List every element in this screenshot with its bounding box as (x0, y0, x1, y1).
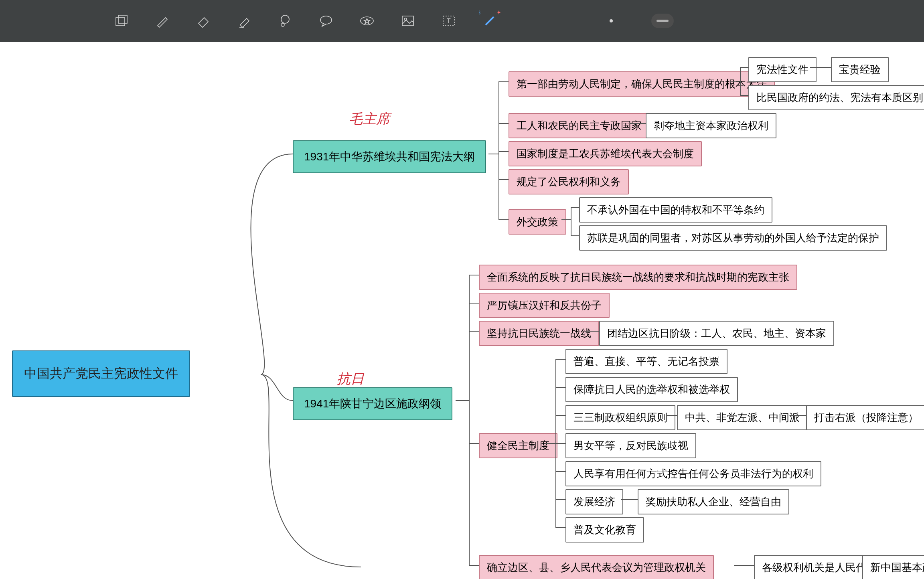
mindmap-node[interactable]: 团结边区抗日阶级：工人、农民、地主、资本家 (599, 321, 834, 346)
lasso-icon[interactable] (276, 12, 294, 30)
mindmap-node[interactable]: 普遍、直接、平等、无记名投票 (565, 349, 727, 374)
mindmap-node[interactable]: 第一部由劳动人民制定，确保人民民主制度的根本大法 (509, 71, 775, 97)
mindmap-node[interactable]: 国家制度是工农兵苏维埃代表大会制度 (509, 141, 702, 166)
mindmap-root[interactable]: 中国共产党民主宪政性文件 (12, 350, 190, 397)
mindmap-node[interactable]: 规定了公民权利和义务 (509, 169, 629, 194)
mindmap-node[interactable]: 坚持抗日民族统一战线 (479, 321, 599, 346)
mindmap-node[interactable]: 健全民主制度 (479, 433, 557, 458)
mindmap-node[interactable]: 苏联是巩固的同盟者，对苏区从事劳动的外国人给予法定的保护 (579, 225, 887, 251)
layers-icon[interactable] (112, 12, 131, 30)
mindmap-node[interactable]: 中共、非党左派、中间派 (677, 405, 808, 430)
magic-wand-icon[interactable]: ᚼ✦ (480, 12, 499, 30)
handwriting-annotation: 毛主席 (349, 110, 390, 128)
mindmap-branch[interactable]: 1941年陕甘宁边区施政纲领 (293, 387, 452, 420)
image-icon[interactable] (399, 12, 417, 30)
svg-point-4 (281, 23, 284, 26)
svg-text:T: T (447, 18, 451, 24)
highlighter-icon[interactable] (235, 12, 253, 30)
mindmap-node[interactable]: 严厉镇压汉奸和反共份子 (479, 293, 610, 318)
mindmap-node[interactable]: 保障抗日人民的选举权和被选举权 (565, 377, 738, 402)
mindmap-node[interactable]: 奖励扶助私人企业、经营自由 (638, 489, 789, 514)
text-icon[interactable]: T (440, 12, 458, 30)
mindmap-node[interactable]: 比民国政府的约法、宪法有本质区别 (748, 85, 924, 110)
mindmap-node[interactable]: 宪法性文件 (748, 57, 817, 82)
diagram-canvas[interactable]: 毛主席 抗日 中国共产党民主宪政性文件 1931年中华苏维埃共和国宪法大纲 第一… (0, 42, 924, 579)
svg-point-5 (320, 16, 332, 24)
mindmap-node[interactable]: 外交政策 (509, 209, 566, 235)
mindmap-node[interactable]: 全面系统的反映了抗日民族统一战线的要求和抗战时期的宪政主张 (479, 265, 797, 290)
mindmap-node[interactable]: 男女平等，反对民族歧视 (565, 433, 696, 458)
mindmap-node[interactable]: 不承认外国在中国的特权和不平等条约 (579, 197, 772, 223)
pen-icon[interactable] (153, 12, 172, 30)
speech-bubble-icon[interactable] (317, 12, 335, 30)
star-badge-icon[interactable] (358, 12, 376, 30)
mindmap-node[interactable]: 宝贵经验 (831, 57, 889, 82)
mindmap-node[interactable]: 新中国基本政治 (862, 555, 924, 579)
mindmap-node[interactable]: 普及文化教育 (565, 517, 644, 543)
svg-rect-0 (116, 18, 125, 26)
mindmap-node[interactable]: 人民享有用任何方式控告任何公务员非法行为的权利 (565, 461, 821, 486)
brush-size-indicator[interactable] (610, 19, 613, 22)
stroke-style-swatch[interactable] (651, 14, 674, 28)
svg-rect-1 (118, 15, 127, 23)
mindmap-node[interactable]: 发展经济 (565, 489, 623, 514)
mindmap-node[interactable]: 打击右派（投降注意） (806, 405, 924, 430)
svg-point-3 (281, 15, 289, 23)
mindmap-node[interactable]: 剥夺地主资本家政治权利 (646, 113, 776, 138)
mindmap-node[interactable]: 工人和农民的民主专政国家 (509, 113, 650, 138)
handwriting-annotation: 抗日 (337, 370, 364, 388)
eraser-icon[interactable] (194, 12, 213, 30)
mindmap-branch[interactable]: 1931年中华苏维埃共和国宪法大纲 (293, 140, 486, 173)
toolbar: T ᚼ✦ (0, 0, 924, 42)
mindmap-node[interactable]: 确立边区、县、乡人民代表会议为管理政权机关 (479, 555, 714, 579)
mindmap-node[interactable]: 三三制政权组织原则 (565, 405, 675, 430)
